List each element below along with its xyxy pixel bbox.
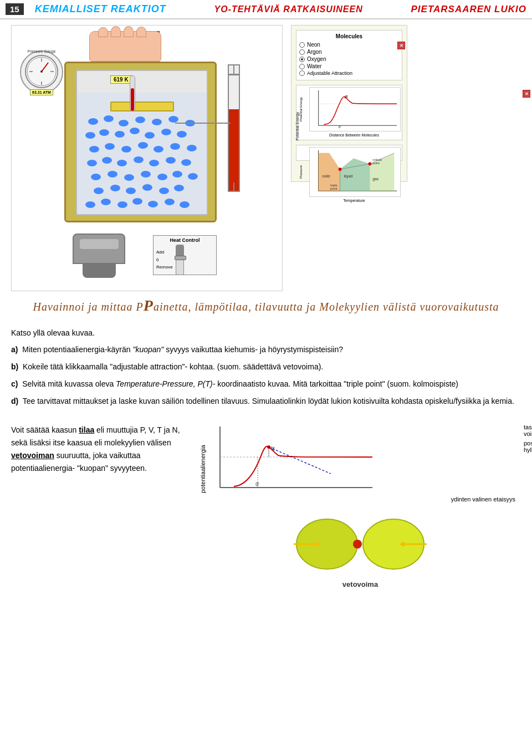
item-d-label: d) [11,397,21,405]
phase-y-label: Pressure [299,165,303,179]
heat-remove-label: Remove [156,265,173,270]
radio-water[interactable] [299,64,305,69]
simulation-left: Pressure Gauge [11,25,283,291]
vetovoiman-word: vetovoiman [11,451,54,460]
svg-text:point: point [330,187,337,190]
svg-point-21 [339,168,342,171]
pressure-bar-line [175,123,231,124]
svg-text:liquid: liquid [344,174,352,179]
energy-y-axis-label: Potential Energy [295,112,299,140]
list-item-c: c) Selvitä mitä kuvassa oleva Temperatur… [11,378,521,390]
decorative-title-text: Havainnoi ja mittaa PPainetta, lämpötila… [33,301,499,313]
svg-text:solid: solid [322,174,330,178]
mol-attraction-svg [277,511,443,577]
gas-heater [73,234,125,278]
svg-text:tε: tε [271,445,275,451]
force-captions: tasapainoasemassavoimat yhta suuret posi… [524,424,532,453]
thermometer [130,75,135,111]
close-icon: ✕ [400,43,403,48]
molecule-option-neon[interactable]: Neon [299,42,399,48]
simulation-image: Pressure Gauge [11,25,283,291]
svg-text:gas: gas [372,177,379,181]
heat-control-panel: Heat Control Add 0 Remove [153,235,217,275]
bottom-diagram-area: potentiaalienergia σ tε [200,424,521,588]
molecule-option-water[interactable]: Water [299,63,399,69]
molecule-neon-label: Neon [307,42,320,48]
svg-text:point: point [372,161,380,165]
bottom-section: Voit säätää kaasun tilaa eli muuttujia P… [0,415,532,597]
molecules-panel-title: Molecules [299,33,399,39]
item-c-text: Selvitä mitä kuvassa oleva Temperature-P… [22,379,458,388]
temperature-display: 619 K [110,75,132,84]
vessel-inner: 619 K [76,70,208,215]
item-c-label: c) [11,379,20,388]
vetovoima-label: vetovoima [200,580,521,588]
caption-equilibrium: tasapainoasemassavoimat yhta suuret [524,424,532,437]
molecule-option-argon[interactable]: Argon [299,49,399,55]
molecule-option-oxygen[interactable]: Oxygen [299,56,399,62]
molecule-oxygen-label: Oxygen [307,56,326,62]
header-title-left: KEMIALLISET REAKTIOT [35,3,166,15]
close-icon-2: ✕ [525,92,529,97]
x-axis-label-pe: ydinten valinen etaisyys [200,496,521,503]
energy-chart-close-btn[interactable]: ✕ [523,90,530,98]
gauge-svg [26,56,57,87]
list-item-d: d) Tee tarvittavat mittaukset ja laske k… [11,395,521,407]
molecules-panel: Molecules Neon Argon Oxygen Water [296,30,402,80]
heat-add-label: Add [156,250,173,255]
molecule-water-label: Water [307,63,321,69]
molecules-close-btn[interactable]: ✕ [397,42,405,49]
molecule-adjustable-label: Adjustable Attraction [307,70,352,76]
radio-adjustable[interactable] [299,70,305,76]
energy-chart-panel: Potential Energy Potential Energy [296,85,402,140]
gauge-value: 63.31 ATM [30,89,53,95]
simulation-right-panel: Molecules Neon Argon Oxygen Water [291,25,407,182]
radio-argon[interactable] [299,49,305,55]
header-title-right: PIETARSAAREN LUKIO [411,4,526,15]
pe-chart-svg: σ tε [209,424,375,496]
item-b-text: Kokeile tätä klikkaamalla "adjustable at… [23,362,323,371]
item-b-label: b) [11,362,21,371]
pressure-bar-container [228,64,240,192]
item-a-text: Miten potentiaalienergia-käyrän "kuopan"… [22,345,343,354]
svg-point-40 [353,540,362,549]
caption-repulsion: posit. ydinten valinenhylkiva voima [524,440,532,453]
svg-point-22 [368,162,371,165]
pressure-gauge: Pressure Gauge [20,50,63,94]
header-title-center: YO-TEHTÄVIÄ RATKAISUINEEN [177,4,400,14]
molecule-attraction-diagram: vetovoima [200,511,521,588]
pe-y-axis-label: potentiaalienergia [200,427,206,493]
bottom-paragraph: Voit säätää kaasun tilaa eli muuttujia P… [11,424,188,475]
piston-platform [110,102,174,111]
molecule-argon-label: Argon [307,49,322,55]
molecules-container [83,115,202,212]
potential-energy-diagram: potentiaalienergia σ tε [200,424,521,503]
pressure-bar-fill [229,109,239,191]
molecule-option-adjustable[interactable]: Adjustable Attraction [299,70,399,76]
radio-oxygen[interactable] [299,57,305,62]
item-a-label: a) [11,345,20,354]
radio-neon[interactable] [299,42,305,48]
vessel-outer: 619 K [64,62,217,222]
decorative-title: Havainnoi ja mittaa PPainetta, lämpötila… [11,297,521,314]
energy-chart-svg: σ tε [309,87,401,131]
heat-none-label: 0 [156,257,173,263]
svg-line-38 [269,447,331,474]
phase-x-label: Temperature [309,199,399,202]
simulation-area: Pressure Gauge [11,25,521,291]
body-intro: Katso yllä olevaa kuvaa. [11,328,521,337]
pe-y-label: Potential Energy [299,97,303,121]
svg-point-12 [344,97,346,99]
bottom-text-block: Voit säätää kaasun tilaa eli muuttujia P… [11,424,188,475]
energy-x-label: Distance Between Molecules [309,133,399,137]
svg-marker-17 [340,153,395,191]
list-item-a: a) Miten potentiaalienergia-käyrän "kuop… [11,344,521,356]
page-number: 15 [6,3,24,15]
svg-text:σ: σ [255,481,259,487]
tilaa-word: tilaa [79,425,94,434]
page-header: 15 KEMIALLISET REAKTIOT YO-TEHTÄVIÄ RATK… [0,0,532,19]
svg-point-6 [40,70,43,73]
list-item-b: b) Kokeile tätä klikkaamalla "adjustable… [11,361,521,373]
item-d-text: Tee tarvittavat mittaukset ja laske kuva… [23,397,514,405]
body-section: Katso yllä olevaa kuvaa. a) Miten potent… [0,326,532,415]
